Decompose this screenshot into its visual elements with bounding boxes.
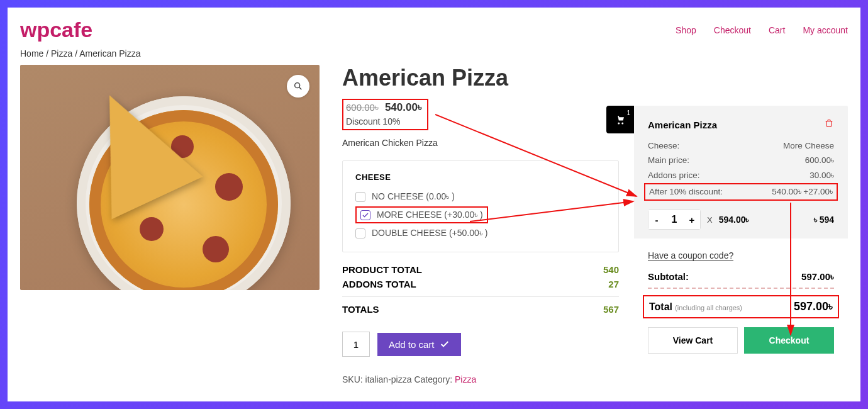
- mini-cart-toggle[interactable]: 1: [606, 106, 634, 133]
- quantity-input[interactable]: [342, 332, 370, 357]
- site-logo[interactable]: wpcafe: [20, 18, 92, 42]
- total-highlight: Total(including all charges) 597.00৳: [643, 295, 839, 318]
- addon-no-cheese[interactable]: NO CHEESE (0.00৳ ): [355, 189, 606, 204]
- total-label: Total: [649, 301, 672, 312]
- addon-group-cheese: CHEESE NO CHEESE (0.00৳ ) MORE CHEESE (+…: [342, 160, 619, 252]
- cart-item-title: American Pizza: [648, 120, 717, 130]
- addon-double-cheese[interactable]: DOUBLE CHEESE (+50.00৳ ): [355, 226, 606, 240]
- product-total-value: 540: [603, 264, 619, 275]
- cart-main-price-label: Main price:: [648, 155, 689, 165]
- svg-point-0: [295, 83, 300, 88]
- cart-addons-price-value: 30.00৳: [810, 171, 834, 181]
- nav-checkout[interactable]: Checkout: [714, 25, 751, 35]
- mini-cart: 1 American Pizza Cheese:More Cheese Main…: [634, 106, 848, 365]
- product-image[interactable]: [20, 65, 320, 290]
- check-icon: [440, 339, 450, 349]
- product-meta: SKU: italian-pizza Category: Pizza: [342, 374, 848, 384]
- product-gallery: [20, 65, 320, 384]
- quantity-stepper[interactable]: - 1 +: [648, 210, 701, 230]
- product-total-label: PRODUCT TOTAL: [342, 264, 422, 275]
- grand-total-label: TOTALS: [342, 304, 379, 315]
- checkbox-checked-icon[interactable]: [360, 210, 370, 220]
- discount-text: Discount 10%: [346, 116, 422, 126]
- checkbox-icon[interactable]: [355, 192, 365, 202]
- nav-cart[interactable]: Cart: [769, 25, 785, 35]
- old-price: 600.00৳: [346, 102, 379, 113]
- main-menu: Shop Checkout Cart My account: [676, 25, 848, 35]
- trash-icon: [824, 118, 834, 128]
- price-highlight: 600.00৳ 540.00৳ Discount 10%: [342, 99, 428, 130]
- breadcrumb-home[interactable]: Home: [20, 48, 43, 59]
- product-title: American Pizza: [342, 65, 848, 91]
- nav-account[interactable]: My account: [803, 25, 848, 35]
- cart-main-price-value: 600.00৳: [805, 155, 834, 165]
- cart-icon: [615, 114, 626, 125]
- add-to-cart-button[interactable]: Add to cart: [377, 333, 461, 356]
- subtotal-label: Subtotal:: [648, 271, 689, 283]
- qty-increase-button[interactable]: +: [684, 210, 700, 229]
- subtotal-value: 597.00৳: [801, 271, 834, 283]
- view-cart-button[interactable]: View Cart: [648, 327, 738, 354]
- category-link[interactable]: Pizza: [455, 374, 476, 384]
- total-value: 597.00৳: [794, 300, 833, 313]
- cart-after-discount-value: 540.00৳ +27.00৳: [772, 187, 833, 197]
- cart-addons-price-label: Addons price:: [648, 171, 700, 181]
- grand-total-value: 567: [603, 304, 619, 315]
- checkout-button[interactable]: Checkout: [744, 327, 834, 354]
- total-sublabel: (including all charges): [675, 304, 742, 311]
- sale-price: 540.00৳: [385, 101, 422, 114]
- cart-after-discount-label: After 10% discount:: [649, 187, 723, 197]
- sku-value: italian-pizza: [365, 374, 412, 384]
- multiply-symbol: X: [707, 215, 713, 225]
- qty-decrease-button[interactable]: -: [648, 210, 665, 229]
- addon-more-cheese[interactable]: MORE CHEESE (+30.00৳ ): [355, 206, 488, 223]
- breadcrumb-category[interactable]: Pizza: [51, 48, 72, 59]
- cart-count-badge: 1: [626, 109, 630, 116]
- zoom-icon[interactable]: [287, 75, 309, 98]
- coupon-link[interactable]: Have a coupon code?: [648, 250, 733, 261]
- top-nav: wpcafe Shop Checkout Cart My account: [20, 18, 848, 42]
- qty-value: 1: [665, 210, 684, 229]
- remove-item-button[interactable]: [824, 118, 834, 131]
- checkbox-icon[interactable]: [355, 228, 365, 238]
- addons-total-label: ADDONS TOTAL: [342, 279, 416, 289]
- cart-cheese-label: Cheese:: [648, 141, 679, 150]
- breadcrumb-current: American Pizza: [79, 48, 140, 59]
- addon-group-title: CHEESE: [355, 172, 606, 182]
- cart-cheese-value: More Cheese: [783, 141, 834, 150]
- nav-shop[interactable]: Shop: [676, 25, 696, 35]
- breadcrumb: Home / Pizza / American Pizza: [20, 48, 848, 59]
- cart-line-price: 594.00৳: [719, 215, 749, 225]
- totals-block: PRODUCT TOTAL540 ADDONS TOTAL27 TOTALS56…: [342, 262, 619, 317]
- cart-line-total: ৳ 594: [814, 215, 834, 225]
- svg-line-1: [299, 87, 301, 89]
- addons-total-value: 27: [608, 279, 619, 289]
